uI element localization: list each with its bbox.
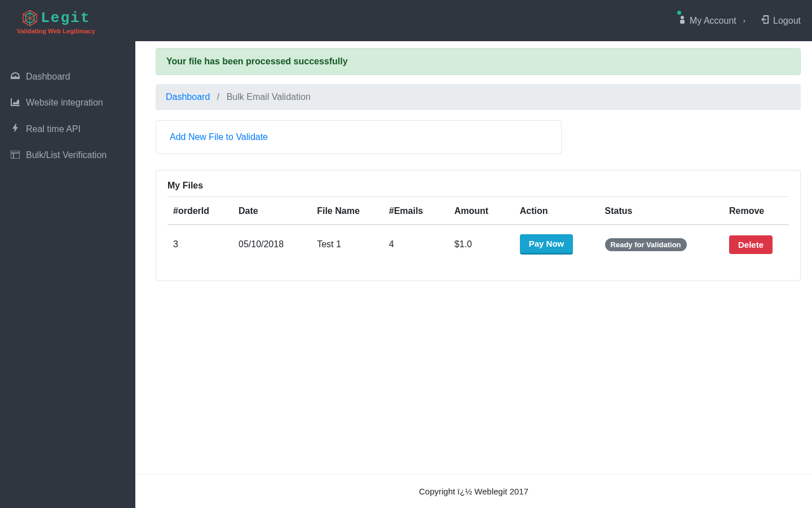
person-icon: [678, 15, 686, 27]
files-table: #orderId Date File Name #Emails Amount A…: [167, 196, 789, 264]
brand-logo-icon: [21, 10, 38, 27]
sidebar-item-label: Bulk/List Verification: [26, 150, 107, 160]
col-header-amount: Amount: [449, 197, 514, 225]
success-alert: Your file has been processed successfull…: [156, 48, 801, 75]
add-new-file-link[interactable]: Add New File to Validate: [170, 132, 268, 142]
add-file-card: Add New File to Validate: [156, 120, 562, 154]
list-icon: [10, 151, 20, 160]
breadcrumb-root-link[interactable]: Dashboard: [166, 92, 210, 102]
svg-rect-8: [11, 151, 20, 159]
col-header-filename: File Name: [311, 197, 383, 225]
panel-title: My Files: [156, 170, 800, 196]
sidebar: Dashboard Website integration Real time …: [0, 41, 135, 508]
alert-message: Your file has been processed successfull…: [166, 56, 348, 66]
cell-filename: Test 1: [311, 225, 383, 264]
delete-button[interactable]: Delete: [729, 235, 773, 254]
logout-icon: [761, 15, 770, 26]
bolt-icon: [10, 124, 20, 134]
cell-emails: 4: [383, 225, 449, 264]
chevron-right-icon: ›: [743, 16, 745, 25]
cell-status: Ready for Validation: [599, 225, 723, 264]
sidebar-item-label: Real time API: [26, 124, 81, 134]
topbar: Legit Validating Web Legitimacy My Accou…: [0, 0, 812, 41]
breadcrumb: Dashboard / Bulk Email Validation: [156, 84, 801, 110]
sidebar-item-website-integration[interactable]: Website integration: [0, 90, 135, 116]
col-header-status: Status: [599, 197, 723, 225]
sidebar-item-label: Dashboard: [26, 72, 70, 82]
cell-date: 05/10/2018: [233, 225, 311, 264]
breadcrumb-separator: /: [213, 92, 224, 102]
chart-area-icon: [10, 98, 20, 108]
my-account-menu[interactable]: My Account ›: [678, 15, 745, 27]
cell-action: Pay Now: [514, 225, 599, 264]
svg-point-5: [681, 16, 684, 19]
svg-rect-6: [680, 20, 685, 24]
cell-amount: $1.0: [449, 225, 514, 264]
sidebar-item-real-time-api[interactable]: Real time API: [0, 116, 135, 142]
cell-orderid: 3: [167, 225, 233, 264]
main: Your file has been processed successfull…: [135, 41, 812, 508]
table-row: 3 05/10/2018 Test 1 4 $1.0 Pay Now Ready…: [167, 225, 789, 264]
pay-now-button[interactable]: Pay Now: [520, 234, 573, 255]
my-account-label: My Account: [690, 16, 736, 26]
status-badge: Ready for Validation: [605, 238, 687, 251]
brand-tagline: Validating Web Legitimacy: [17, 28, 95, 34]
col-header-emails: #Emails: [383, 197, 449, 225]
brand-name: Legit: [41, 10, 90, 27]
my-files-panel: My Files #orderId Date File Name #Emails…: [156, 170, 801, 281]
footer: Copyright ï¿½ Weblegit 2017: [135, 474, 812, 508]
brand[interactable]: Legit Validating Web Legitimacy: [5, 7, 95, 34]
logout-label: Logout: [773, 16, 801, 26]
col-header-action: Action: [514, 197, 599, 225]
footer-text: Copyright ï¿½ Weblegit 2017: [419, 487, 528, 496]
col-header-remove: Remove: [723, 197, 789, 225]
cell-remove: Delete: [723, 225, 789, 264]
col-header-orderid: #orderId: [167, 197, 233, 225]
sidebar-item-label: Website integration: [26, 98, 103, 108]
col-header-date: Date: [233, 197, 311, 225]
breadcrumb-current: Bulk Email Validation: [227, 92, 311, 102]
status-dot-icon: [677, 11, 681, 15]
sidebar-item-bulk-verification[interactable]: Bulk/List Verification: [0, 142, 135, 168]
logout-link[interactable]: Logout: [761, 15, 801, 26]
sidebar-item-dashboard[interactable]: Dashboard: [0, 64, 135, 90]
dashboard-icon: [10, 72, 20, 82]
